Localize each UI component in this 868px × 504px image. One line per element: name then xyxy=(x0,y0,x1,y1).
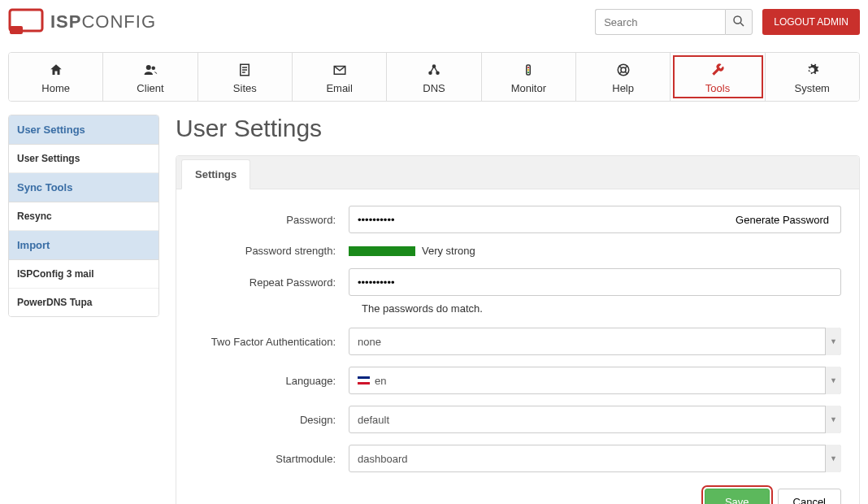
panel: Settings Password: Generate Password Pas… xyxy=(176,155,860,504)
label-tfa: Two Factor Authentication: xyxy=(194,336,349,348)
doc-icon xyxy=(198,61,292,79)
row-tfa: Two Factor Authentication: none ▼ xyxy=(194,328,841,355)
password-input[interactable] xyxy=(349,206,725,233)
nav-label: Tools xyxy=(671,82,764,94)
layout: User Settings User Settings Sync Tools R… xyxy=(0,102,868,504)
tfa-value: none xyxy=(358,336,381,348)
svg-line-14 xyxy=(430,67,434,73)
brand-prefix: ISP xyxy=(50,11,81,32)
save-button[interactable]: Save xyxy=(705,489,770,504)
design-value: default xyxy=(358,414,389,426)
sidebar-item-ispconfig3-mail[interactable]: ISPConfig 3 mail xyxy=(9,260,158,289)
language-select[interactable]: en xyxy=(349,367,841,394)
nav-label: Sites xyxy=(198,82,292,94)
nav-label: Client xyxy=(103,82,197,94)
tab-settings[interactable]: Settings xyxy=(181,159,250,189)
tabs: Settings xyxy=(176,156,859,189)
users-icon xyxy=(103,61,197,79)
row-strength: Password strength: Very strong xyxy=(194,245,841,257)
row-password: Password: Generate Password xyxy=(194,206,841,233)
sidebar-header-sync-tools: Sync Tools xyxy=(9,173,158,202)
svg-rect-1 xyxy=(10,26,23,34)
svg-point-4 xyxy=(146,65,151,70)
strength-text: Very strong xyxy=(422,245,475,257)
brand-suffix: CONFIG xyxy=(81,11,156,32)
cancel-button[interactable]: Cancel xyxy=(778,489,841,504)
nav-client[interactable]: Client xyxy=(103,53,197,101)
svg-line-24 xyxy=(625,66,627,68)
search-group xyxy=(595,9,753,35)
label-design: Design: xyxy=(194,414,349,426)
label-startmodule: Startmodule: xyxy=(194,453,349,465)
label-password: Password: xyxy=(194,214,349,226)
startmodule-select[interactable]: dashboard xyxy=(349,445,841,472)
gear-icon xyxy=(766,61,859,79)
search-icon xyxy=(731,14,746,31)
svg-line-22 xyxy=(618,66,621,68)
brand-text: ISPCONFIG xyxy=(50,11,156,33)
nav-label: DNS xyxy=(387,82,480,94)
flag-en-icon xyxy=(358,376,370,385)
label-strength: Password strength: xyxy=(194,245,349,257)
wrench-icon xyxy=(671,61,764,79)
nav-home[interactable]: Home xyxy=(9,53,103,101)
row-startmodule: Startmodule: dashboard ▼ xyxy=(194,445,841,472)
nav-dns[interactable]: DNS xyxy=(387,53,481,101)
row-design: Design: default ▼ xyxy=(194,406,841,433)
nav-label: System xyxy=(766,82,859,94)
svg-point-18 xyxy=(527,69,529,71)
svg-line-25 xyxy=(618,72,621,74)
sidebar-item-powerdns-tupa[interactable]: PowerDNS Tupa xyxy=(9,289,158,316)
sidebar-item-user-settings[interactable]: User Settings xyxy=(9,145,158,173)
header-bar: ISPCONFIG LOGOUT ADMIN xyxy=(0,0,868,52)
chevron-down-icon: ▼ xyxy=(825,367,841,394)
nav-email[interactable]: Email xyxy=(293,53,387,101)
nav-help[interactable]: Help xyxy=(576,53,671,101)
logo-icon xyxy=(8,8,44,36)
svg-line-3 xyxy=(740,23,744,26)
header-right: LOGOUT ADMIN xyxy=(595,9,860,35)
svg-point-5 xyxy=(151,67,155,71)
design-select[interactable]: default xyxy=(349,406,841,433)
repeat-password-input[interactable] xyxy=(349,268,841,296)
home-icon xyxy=(9,61,102,79)
logout-button[interactable]: LOGOUT ADMIN xyxy=(762,9,860,35)
lifebuoy-icon xyxy=(576,61,670,79)
row-language: Language: en ▼ xyxy=(194,367,841,394)
generate-password-button[interactable]: Generate Password xyxy=(724,206,841,233)
nav-monitor[interactable]: Monitor xyxy=(482,53,576,101)
svg-line-23 xyxy=(625,72,627,74)
label-repeat-password: Repeat Password: xyxy=(194,276,349,289)
nav-sites[interactable]: Sites xyxy=(198,53,293,101)
password-match-hint: The passwords do match. xyxy=(194,302,841,315)
nav-system[interactable]: System xyxy=(766,53,859,101)
svg-point-2 xyxy=(734,16,741,24)
row-repeat-password: Repeat Password: xyxy=(194,268,841,296)
search-button[interactable] xyxy=(725,9,753,35)
nav-tools[interactable]: Tools xyxy=(671,53,765,101)
language-value: en xyxy=(375,375,386,387)
main-nav: Home Client Sites Email DNS Monitor He xyxy=(8,52,860,102)
strength-bar xyxy=(349,246,415,256)
settings-form: Password: Generate Password Password str… xyxy=(176,189,859,504)
nav-label: Help xyxy=(576,82,670,94)
sidebar-item-resync[interactable]: Resync xyxy=(9,202,158,231)
tfa-select[interactable]: none xyxy=(349,328,841,355)
page-title: User Settings xyxy=(176,115,860,142)
chevron-down-icon: ▼ xyxy=(825,406,841,433)
chevron-down-icon: ▼ xyxy=(825,445,841,472)
svg-point-19 xyxy=(527,72,529,73)
nav-label: Monitor xyxy=(482,82,575,94)
mail-icon xyxy=(293,61,386,79)
svg-point-17 xyxy=(527,67,529,68)
monitor-icon xyxy=(482,61,575,79)
chevron-down-icon: ▼ xyxy=(825,328,841,355)
share-icon xyxy=(387,61,480,79)
startmodule-value: dashboard xyxy=(358,453,407,465)
nav-label: Email xyxy=(293,82,386,94)
label-language: Language: xyxy=(194,375,349,387)
svg-point-21 xyxy=(621,67,626,72)
search-input[interactable] xyxy=(595,9,725,35)
content: User Settings Settings Password: Generat… xyxy=(176,115,860,504)
sidebar-header-user-settings: User Settings xyxy=(9,115,158,145)
